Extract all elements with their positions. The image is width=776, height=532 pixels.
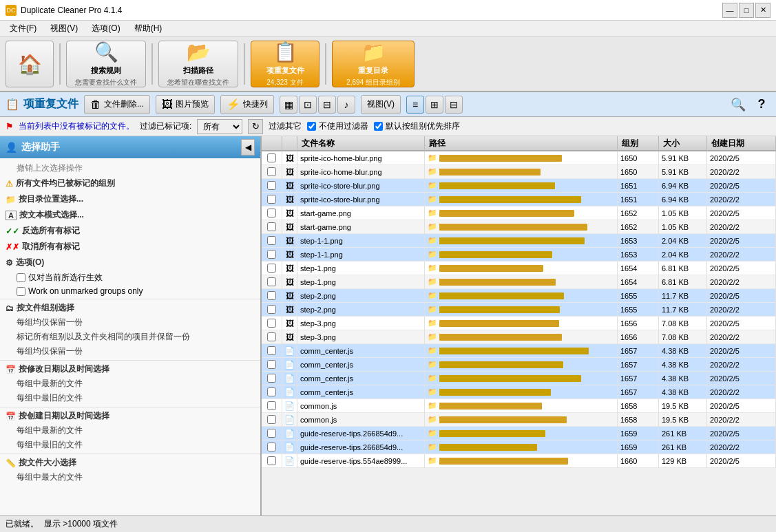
table-row[interactable]: 📄 guide-reserve-tips.266854d9... 📁 1659 …: [262, 427, 776, 440]
toolbar-duplicate-dir-button[interactable]: 📁 重复目录 2,694 组目录组别: [332, 41, 415, 87]
table-row[interactable]: 🖼 sprite-ico-home-blur.png 📁 1650 5.91 K…: [262, 151, 776, 165]
table-row[interactable]: 🖼 step-3.png 📁 1656 7.08 KB 2020/2/5: [262, 317, 776, 330]
row-checkbox[interactable]: [267, 319, 276, 328]
menu-file[interactable]: 文件(F): [3, 21, 43, 36]
menu-options[interactable]: 选项(O): [85, 21, 127, 36]
toolbar-search-rules-button[interactable]: 🔍 搜索规则 您需要查找什么文件: [66, 41, 146, 87]
table-row[interactable]: 🖼 sprite-ico-store-blur.png 📁 1651 6.94 …: [262, 179, 776, 193]
table-row[interactable]: 🖼 start-game.png 📁 1652 1.05 KB 2020/2/5: [262, 206, 776, 220]
col-size-header[interactable]: 大小: [659, 136, 707, 151]
table-row[interactable]: 🖼 step-2.png 📁 1655 11.7 KB 2020/2/5: [262, 289, 776, 303]
search-icon[interactable]: 🔍: [729, 96, 747, 114]
no-filter-checkbox[interactable]: [307, 122, 316, 131]
table-row[interactable]: 📄 guide-reserve-tips.266854d9... 📁 1659 …: [262, 440, 776, 454]
row-checkbox[interactable]: [267, 209, 276, 217]
row-checkbox[interactable]: [267, 346, 276, 355]
oldest-mod-item[interactable]: 每组中最旧的文件: [0, 391, 260, 405]
keep-one2-item[interactable]: 每组均仅保留一份: [0, 344, 260, 359]
table-row[interactable]: 🖼 step-1.png 📁 1654 6.81 KB 2020/2/5: [262, 262, 776, 275]
row-checkbox[interactable]: [267, 443, 276, 451]
col-date-header[interactable]: 创建日期: [707, 136, 776, 151]
by-text-item[interactable]: A 按文本模式选择...: [0, 207, 260, 223]
row-checkbox[interactable]: [267, 456, 276, 465]
preview-button[interactable]: 🖼 图片预览: [156, 95, 215, 114]
maximize-button[interactable]: □: [739, 3, 754, 18]
row-checkbox[interactable]: [267, 291, 276, 300]
col-name-header[interactable]: 文件名称: [297, 136, 425, 151]
table-row[interactable]: 🖼 step-1-1.png 📁 1653 2.04 KB 2020/2/2: [262, 248, 776, 262]
row-checkbox[interactable]: [267, 387, 276, 396]
toolbar-scan-path-button[interactable]: 📂 扫描路径 您希望在哪查找文件: [158, 41, 238, 87]
current-only-checkbox[interactable]: [17, 273, 25, 282]
row-checkbox[interactable]: [267, 429, 276, 438]
table-row[interactable]: 🖼 step-1.png 📁 1654 6.81 KB 2020/2/2: [262, 275, 776, 289]
menu-view[interactable]: 视图(V): [43, 21, 85, 36]
left-panel-collapse-button[interactable]: ◀: [241, 139, 255, 156]
row-checkbox[interactable]: [267, 415, 276, 424]
by-dir-item[interactable]: 📁 按目录位置选择...: [0, 191, 260, 207]
table-row[interactable]: 📄 comm_center.js 📁 1657 4.38 KB 2020/2/2: [262, 385, 776, 399]
row-checkbox[interactable]: [267, 360, 276, 369]
table-row[interactable]: 📄 common.js 📁 1658 19.5 KB 2020/2/5: [262, 399, 776, 413]
table-row[interactable]: 📄 common.js 📁 1658 19.5 KB 2020/2/2: [262, 413, 776, 427]
view-medium-button[interactable]: ⊟: [318, 96, 336, 114]
row-checkbox[interactable]: [267, 153, 276, 162]
row-checkbox[interactable]: [267, 236, 276, 245]
sort-label[interactable]: 默认按组别优先排序: [374, 120, 460, 132]
deselect-item[interactable]: ✗✗ 取消所有有标记: [0, 239, 260, 255]
row-checkbox[interactable]: [267, 167, 276, 176]
col-path-header[interactable]: 路径: [425, 136, 618, 151]
largest-item[interactable]: 每组中最大的文件: [0, 470, 260, 485]
keep-one-item[interactable]: 每组均仅保留一份: [0, 315, 260, 330]
tile-view-button[interactable]: ⊟: [445, 96, 463, 114]
keep-dir-same-item[interactable]: 标记所有组别以及文件夹相同的项目并保留一份: [0, 330, 260, 344]
table-row[interactable]: 🖼 start-game.png 📁 1652 1.05 KB 2020/2/2: [262, 220, 776, 234]
row-checkbox[interactable]: [267, 250, 276, 259]
table-row[interactable]: 🖼 step-3.png 📁 1656 7.08 KB 2020/2/2: [262, 330, 776, 344]
filter-select[interactable]: 所有 已标记 未标记: [197, 119, 242, 134]
view-menu-button[interactable]: 视图(V): [361, 95, 401, 114]
row-checkbox[interactable]: [267, 374, 276, 383]
view-music-button[interactable]: ♪: [337, 96, 355, 114]
quicklist-button[interactable]: ⚡ 快捷列: [220, 95, 274, 114]
toolbar-duplicate-files-button[interactable]: 📋 项重复文件 24,323 文件: [251, 41, 319, 87]
table-row[interactable]: 🖼 sprite-ico-home-blur.png 📁 1650 5.91 K…: [262, 165, 776, 179]
table-row[interactable]: 🖼 sprite-ico-store-blur.png 📁 1651 6.94 …: [262, 193, 776, 206]
table-row[interactable]: 📄 comm_center.js 📁 1657 4.38 KB 2020/2/5: [262, 344, 776, 358]
delete-button[interactable]: 🗑 文件删除...: [84, 95, 150, 114]
view-grid-button[interactable]: ▦: [280, 96, 297, 114]
row-checkbox[interactable]: [267, 401, 276, 410]
select-all-item[interactable]: ✓✓ 反选所有有标记: [0, 223, 260, 239]
menu-help[interactable]: 帮助(H): [127, 21, 169, 36]
toolbar-home-button[interactable]: 🏠: [6, 41, 54, 87]
table-row[interactable]: 📄 comm_center.js 📁 1657 4.38 KB 2020/2/5: [262, 372, 776, 385]
minimize-button[interactable]: —: [722, 3, 737, 18]
row-checkbox[interactable]: [267, 305, 276, 314]
row-checkbox[interactable]: [267, 181, 276, 190]
table-row[interactable]: 📄 guide-reserve-tips.554ae8999... 📁 1660…: [262, 454, 776, 468]
newest-cre-item[interactable]: 每组中最新的文件: [0, 423, 260, 438]
oldest-cre-item[interactable]: 每组中最旧的文件: [0, 438, 260, 452]
row-checkbox[interactable]: [267, 264, 276, 273]
row-checkbox[interactable]: [267, 277, 276, 286]
row-checkbox[interactable]: [267, 222, 276, 231]
table-row[interactable]: 🖼 step-1-1.png 📁 1653 2.04 KB 2020/2/5: [262, 234, 776, 248]
help-icon[interactable]: ?: [753, 96, 770, 114]
unmarked-groups-checkbox[interactable]: [17, 287, 25, 296]
close-button[interactable]: ✕: [755, 3, 770, 18]
newest-mod-item[interactable]: 每组中最新的文件: [0, 376, 260, 391]
row-checkbox[interactable]: [267, 195, 276, 204]
current-only-item[interactable]: 仅对当前所选行生效: [0, 270, 260, 285]
list-view-button[interactable]: ≡: [406, 96, 424, 114]
no-filter-label[interactable]: 不使用过滤器: [307, 120, 368, 132]
view-large-button[interactable]: ⊡: [299, 96, 317, 114]
table-row[interactable]: 🖼 step-2.png 📁 1655 11.7 KB 2020/2/2: [262, 303, 776, 317]
undo-operation-item[interactable]: 撤销上次选择操作: [0, 161, 260, 175]
col-group-header[interactable]: 组别: [618, 136, 659, 151]
unmarked-groups-item[interactable]: Work on unmarked groups only: [0, 285, 260, 297]
detail-view-button[interactable]: ⊞: [426, 96, 443, 114]
filter-refresh-button[interactable]: ↻: [248, 119, 263, 134]
row-checkbox[interactable]: [267, 332, 276, 341]
sort-checkbox[interactable]: [374, 122, 383, 131]
table-row[interactable]: 📄 comm_center.js 📁 1657 4.38 KB 2020/2/2: [262, 358, 776, 372]
